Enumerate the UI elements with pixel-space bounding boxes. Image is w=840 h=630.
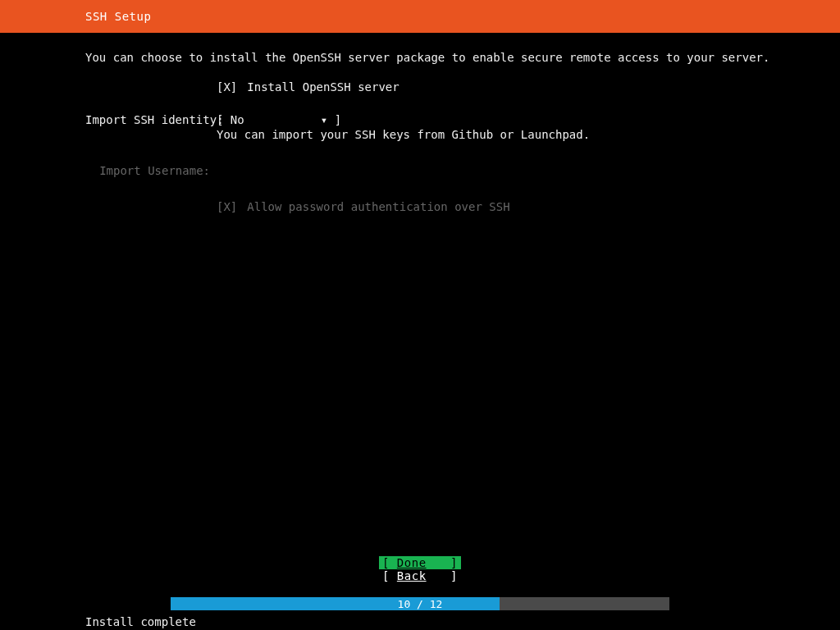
import-username-row: Import Username: <box>85 164 840 177</box>
progress-bar: 10 / 12 <box>171 597 669 610</box>
allow-password-row: [X] Allow password authentication over S… <box>85 200 840 213</box>
progress-text: 10 / 12 <box>171 597 669 610</box>
header-bar: SSH Setup <box>0 0 840 33</box>
dropdown-open-bracket: [ <box>217 113 231 126</box>
install-openssh-text: Install OpenSSH server <box>247 80 399 94</box>
main-content: You can choose to install the OpenSSH se… <box>0 33 840 213</box>
import-username-label: Import Username: <box>85 164 217 177</box>
import-identity-value: No <box>231 113 321 126</box>
import-identity-label: Import SSH identity: <box>85 113 217 126</box>
back-button[interactable]: [ Back ] <box>379 569 461 582</box>
import-identity-row: Import SSH identity: [ No▾ ] You can imp… <box>85 113 840 141</box>
dropdown-close-bracket: ] <box>327 113 341 126</box>
intro-text: You can choose to install the OpenSSH se… <box>85 51 840 64</box>
install-openssh-checkbox[interactable]: [X] <box>217 80 237 94</box>
allow-password-text: Allow password authentication over SSH <box>247 200 509 213</box>
done-button-label: Done <box>397 556 427 569</box>
allow-password-checkbox[interactable]: [X] <box>217 200 237 213</box>
footer-buttons: [ Done ] [ Back ] <box>0 556 840 582</box>
progress-container: 10 / 12 <box>0 597 840 610</box>
import-identity-hint: You can import your SSH keys from Github… <box>217 128 590 141</box>
status-text: Install complete <box>85 615 196 628</box>
page-title: SSH Setup <box>85 10 151 23</box>
done-button[interactable]: [ Done ] <box>379 556 461 569</box>
back-button-label: Back <box>397 569 427 582</box>
import-identity-dropdown[interactable]: [ No▾ ] <box>217 113 341 126</box>
install-openssh-row: [X] Install OpenSSH server <box>85 80 840 94</box>
